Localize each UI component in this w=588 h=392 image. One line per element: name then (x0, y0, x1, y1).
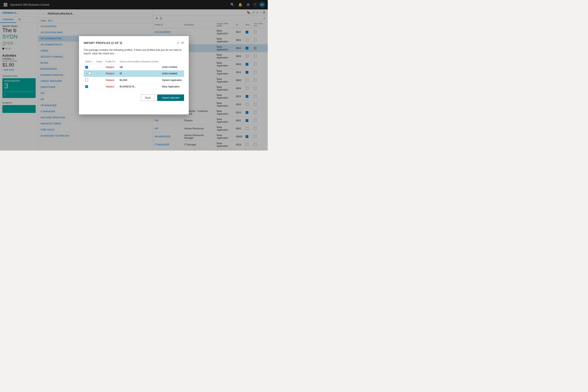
modal-table-row[interactable]: → ⋮ Replace SI (User-created) (84, 70, 184, 77)
action-replace-label[interactable]: Replace (106, 79, 114, 82)
modal-col-select: Select... (84, 59, 95, 64)
modal-expand-button[interactable]: ⤢ (176, 41, 180, 45)
modal-actions: ⤢ ✕ (176, 41, 184, 45)
modal-cell-select: ✓ (84, 84, 95, 90)
modal-cell-profile-id: BLANK (118, 77, 161, 84)
action-replace-label[interactable]: Replace (106, 66, 114, 68)
modal-cell-action: Replace (104, 64, 118, 70)
modal-col-action: Action (95, 59, 104, 64)
action-replace-label[interactable]: Replace (106, 85, 114, 88)
modal-description: The package contains the following profi… (84, 48, 184, 55)
modal-overlay: IMPORT PROFILES (2 OF 3) ⤢ ✕ The package… (0, 0, 268, 150)
modal-cell-select: → (84, 70, 95, 77)
modal-col-source: Source of the profile in Business Centra… (118, 59, 161, 64)
modal-cell-source: (User-created) (160, 64, 184, 70)
context-menu-icon[interactable]: ⋮ (96, 72, 99, 75)
modal-cell-profile-id: BUSINESS M... (118, 84, 161, 90)
modal-cell-action: Replace (104, 84, 118, 90)
action-replace-label[interactable]: Replace (106, 72, 114, 75)
select-checkbox[interactable] (85, 78, 88, 81)
import-profiles-modal: IMPORT PROFILES (2 OF 3) ⤢ ✕ The package… (79, 36, 189, 114)
modal-cell-dots: ⋮ (95, 70, 104, 77)
import-selected-button[interactable]: Import selected (157, 94, 184, 101)
modal-cell-profile-id: SI (118, 70, 161, 77)
select-checkbox[interactable] (88, 72, 91, 75)
modal-cell-dots (95, 77, 104, 84)
modal-close-button[interactable]: ✕ (181, 41, 184, 45)
row-arrow-icon: → (85, 72, 88, 75)
modal-cell-action: Replace (104, 77, 118, 84)
modal-footer: Back Import selected (84, 94, 184, 101)
select-checkbox[interactable]: ✓ (85, 85, 88, 88)
modal-cell-action: Replace (104, 70, 118, 77)
modal-cell-source: Base Application (160, 84, 184, 90)
modal-cell-select: ✓ (84, 64, 95, 70)
modal-cell-profile-id: SB (118, 64, 161, 70)
select-checkbox[interactable]: ✓ (85, 66, 88, 68)
back-button-modal[interactable]: Back (141, 94, 155, 101)
modal-title: IMPORT PROFILES (2 OF 3) (84, 41, 122, 44)
modal-cell-source: System Application (160, 77, 184, 84)
modal-col-profile-id: Profile ID ↑ (104, 59, 118, 64)
modal-profiles-table: Select... Action Profile ID ↑ Source of … (84, 59, 184, 90)
modal-cell-source: (User-created) (160, 70, 184, 77)
modal-cell-select (84, 77, 95, 84)
modal-table-row[interactable]: ✓ Replace SB (User-created) (84, 64, 184, 70)
modal-cell-dots (95, 64, 104, 70)
modal-header: IMPORT PROFILES (2 OF 3) ⤢ ✕ (84, 41, 184, 45)
modal-table-row[interactable]: Replace BLANK System Application (84, 77, 184, 84)
modal-table-row[interactable]: ✓ Replace BUSINESS M... Base Application (84, 84, 184, 90)
modal-cell-dots (95, 84, 104, 90)
